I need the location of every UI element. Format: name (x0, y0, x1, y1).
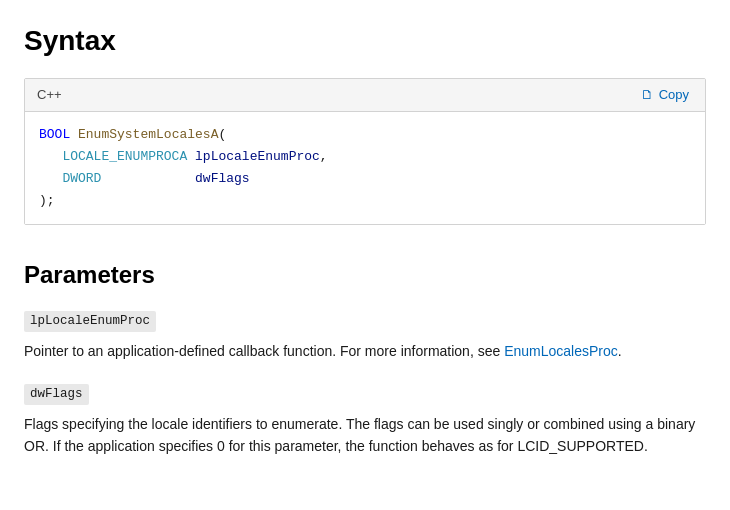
code-block-header: C++ 🗋 Copy (25, 79, 705, 112)
param-lp: lpLocaleEnumProc (195, 149, 320, 164)
param-dw: dwFlags (195, 171, 250, 186)
param-desc-lp: Pointer to an application-defined callba… (24, 340, 706, 362)
type-locale: LOCALE_ENUMPROCA (39, 149, 195, 164)
parameters-section: Parameters lpLocaleEnumProc Pointer to a… (24, 257, 706, 458)
code-block: C++ 🗋 Copy BOOL EnumSystemLocalesA( LOCA… (24, 78, 706, 225)
keyword-bool: BOOL (39, 127, 78, 142)
parameters-heading: Parameters (24, 257, 706, 293)
code-block-body: BOOL EnumSystemLocalesA( LOCALE_ENUMPROC… (25, 112, 705, 224)
code-line-2: LOCALE_ENUMPROCA lpLocaleEnumProc, (39, 146, 691, 168)
param-name-dw: dwFlags (24, 384, 89, 405)
enum-locales-proc-link[interactable]: EnumLocalesProc (504, 343, 618, 359)
param-name-lp: lpLocaleEnumProc (24, 311, 156, 332)
code-line-3: DWORD dwFlags (39, 168, 691, 190)
code-line-1: BOOL EnumSystemLocalesA( (39, 124, 691, 146)
code-language: C++ (37, 85, 62, 105)
copy-icon: 🗋 (641, 87, 654, 102)
syntax-heading: Syntax (24, 20, 706, 62)
param-item-lp: lpLocaleEnumProc Pointer to an applicati… (24, 309, 706, 362)
param-desc-dw: Flags specifying the locale identifiers … (24, 413, 706, 458)
type-dword: DWORD (39, 171, 195, 186)
syntax-section: Syntax C++ 🗋 Copy BOOL EnumSystemLocales… (24, 20, 706, 225)
param-item-dw: dwFlags Flags specifying the locale iden… (24, 382, 706, 458)
copy-label: Copy (659, 87, 689, 102)
copy-button[interactable]: 🗋 Copy (637, 85, 693, 104)
code-line-4: ); (39, 190, 691, 212)
func-name: EnumSystemLocalesA (78, 127, 218, 142)
